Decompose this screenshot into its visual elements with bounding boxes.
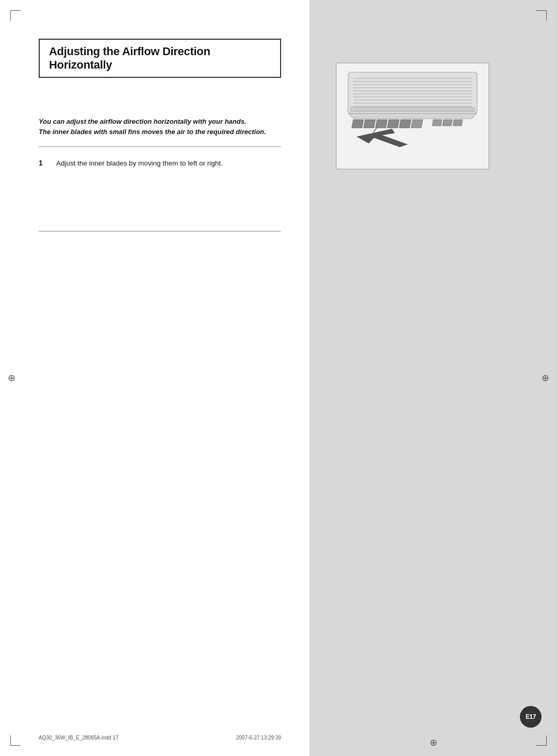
blade-fins-right [432,120,463,126]
ac-illustration-svg [335,62,490,170]
svg-rect-12 [351,107,474,111]
corner-mark-top-left [10,10,21,21]
center-mark-right: ⊕ [542,372,549,384]
left-column: ⊕ Adjusting the Airflow Direction Horizo… [0,0,309,756]
divider-top [39,146,281,147]
divider-bottom [39,231,281,232]
footer: AQ30_36W_IB_E_28065A.indd 17 2007-6-27 1… [39,735,281,741]
page-badge: E17 [520,706,542,728]
footer-date-info: 2007-6-27 13:29:39 [236,735,281,741]
ac-illustration-container [335,62,490,170]
step-1-text: Adjust the inner blades by moving them t… [56,158,223,169]
footer-file-info: AQ30_36W_IB_E_28065A.indd 17 [39,735,119,741]
center-mark-bottom: ⊕ [430,737,437,748]
page-container: ⊕ ⊕ Adjusting the Airflow Direction Hori… [0,0,557,756]
corner-mark-bottom-right [536,735,547,746]
corner-mark-top-right [536,10,547,21]
right-column: ⊕ ⊕ [309,0,557,756]
intro-line1: You can adjust the airflow direction hor… [39,117,281,127]
center-mark-left: ⊕ [8,372,15,384]
step-1-container: 1 Adjust the inner blades by moving them… [39,158,281,169]
intro-text: You can adjust the airflow direction hor… [39,117,281,137]
section-title-box: Adjusting the Airflow Direction Horizont… [39,39,281,78]
section-title: Adjusting the Airflow Direction Horizont… [49,45,210,71]
page-badge-number: E17 [526,713,536,720]
intro-line2: The inner blades with small fins moves t… [39,127,281,137]
corner-mark-bottom-left [10,735,21,746]
step-1-number: 1 [39,159,47,167]
